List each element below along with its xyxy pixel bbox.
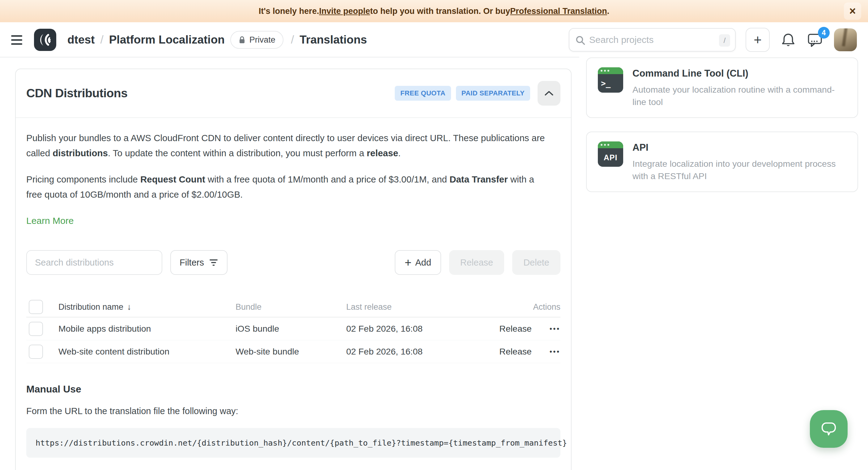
banner-text: to help you with translation. Or buy: [370, 6, 510, 16]
collapse-panel-button[interactable]: [537, 81, 560, 106]
description-paragraph: Publish your bundles to a AWS CloudFront…: [26, 130, 552, 161]
manual-use-intro: Form the URL to the translation file the…: [26, 406, 560, 416]
messages-button[interactable]: 4: [807, 31, 824, 48]
bell-icon: [781, 32, 795, 47]
last-release-cell: 02 Feb 2026, 16:08: [346, 346, 455, 357]
crowdin-logo-icon: [34, 29, 56, 51]
keyboard-shortcut-hint: /: [719, 34, 730, 46]
table-header-row: Distribution name ↓ Bundle Last release …: [26, 297, 560, 317]
breadcrumb-page[interactable]: Translations: [300, 33, 367, 46]
breadcrumb-org[interactable]: dtest: [67, 33, 95, 46]
api-icon: API: [598, 141, 623, 167]
search-distributions-input[interactable]: [26, 250, 162, 275]
invite-people-link[interactable]: Invite people: [319, 6, 370, 16]
column-header-distribution-name[interactable]: Distribution name ↓: [58, 302, 236, 312]
column-header-bundle[interactable]: Bundle: [236, 302, 346, 312]
close-icon[interactable]: ×: [844, 2, 861, 20]
distributions-table: Distribution name ↓ Bundle Last release …: [26, 297, 560, 363]
breadcrumb-separator: /: [291, 33, 294, 46]
delete-button[interactable]: Delete: [512, 250, 560, 275]
create-project-button[interactable]: +: [746, 28, 770, 52]
filter-icon: [209, 258, 218, 267]
privacy-badge-label: Private: [249, 35, 275, 45]
banner-text: It's lonely here.: [259, 6, 319, 16]
lock-icon: [238, 35, 246, 44]
cdn-distributions-panel: CDN Distributions FREE QUOTA PAID SEPARA…: [15, 69, 571, 470]
chevron-up-icon: [544, 90, 554, 96]
notifications-button[interactable]: [780, 31, 797, 48]
bundle-cell: iOS bundle: [236, 324, 346, 334]
row-release-link[interactable]: Release: [499, 324, 532, 334]
filters-button[interactable]: Filters: [170, 250, 227, 275]
banner-text: .: [607, 6, 610, 16]
card-title: Command Line Tool (CLI): [632, 68, 846, 79]
top-header: dtest / Platform Localization Private / …: [0, 22, 868, 58]
breadcrumb-separator: /: [100, 33, 103, 46]
professional-translation-link[interactable]: Professional Translation: [510, 6, 607, 16]
paid-separately-badge: PAID SEPARATELY: [456, 86, 530, 101]
card-title: API: [632, 142, 846, 153]
card-description: Integrate localization into your develop…: [632, 158, 846, 182]
last-release-cell: 02 Feb 2026, 16:08: [346, 324, 455, 334]
table-row: Web-site content distribution Web-site b…: [26, 340, 560, 363]
sort-descending-icon: ↓: [127, 302, 131, 312]
cli-card[interactable]: >_ Command Line Tool (CLI) Automate your…: [586, 58, 858, 118]
integrations-sidebar: >_ Command Line Tool (CLI) Automate your…: [586, 58, 868, 470]
url-pattern-code: https://distributions.crowdin.net/{distr…: [26, 428, 560, 458]
row-release-link[interactable]: Release: [499, 346, 532, 357]
distribution-name-cell: Mobile apps distribution: [58, 324, 236, 334]
user-avatar[interactable]: [834, 28, 857, 51]
add-distribution-button[interactable]: + Add: [395, 250, 441, 275]
api-card[interactable]: API API Integrate localization into your…: [586, 132, 858, 192]
terminal-icon: >_: [598, 67, 623, 93]
column-header-actions: Actions: [455, 302, 560, 312]
select-all-checkbox[interactable]: [29, 300, 43, 314]
search-icon: [575, 35, 586, 46]
release-button[interactable]: Release: [449, 250, 504, 275]
distributions-toolbar: Filters + Add Release Delete: [26, 250, 560, 275]
column-header-last-release[interactable]: Last release: [346, 302, 455, 312]
hamburger-menu-icon[interactable]: [11, 33, 25, 46]
breadcrumb: dtest / Platform Localization Private / …: [67, 31, 367, 49]
free-quota-badge: FREE QUOTA: [395, 86, 451, 101]
table-row: Mobile apps distribution iOS bundle 02 F…: [26, 317, 560, 340]
row-checkbox[interactable]: [29, 345, 43, 359]
chat-bubble-icon: [818, 419, 839, 438]
privacy-badge: Private: [230, 31, 283, 49]
bundle-cell: Web-site bundle: [236, 346, 346, 357]
live-chat-button[interactable]: [810, 410, 847, 448]
row-menu-icon[interactable]: •••: [550, 348, 560, 356]
page-title: CDN Distributions: [26, 87, 127, 100]
card-description: Automate your localization routine with …: [632, 83, 846, 108]
row-checkbox[interactable]: [29, 322, 43, 336]
pricing-paragraph: Pricing components include Request Count…: [26, 172, 552, 202]
search-projects-input[interactable]: [589, 35, 707, 45]
project-search: /: [569, 28, 736, 52]
unread-count-badge: 4: [818, 27, 830, 39]
learn-more-link[interactable]: Learn More: [26, 215, 73, 226]
notification-banner: It's lonely here. Invite people to help …: [0, 0, 868, 22]
distribution-name-cell: Web-site content distribution: [58, 346, 236, 357]
row-menu-icon[interactable]: •••: [550, 325, 560, 333]
manual-use-heading: Manual Use: [26, 383, 560, 395]
breadcrumb-project[interactable]: Platform Localization: [109, 33, 225, 46]
crowdin-logo[interactable]: [34, 29, 56, 51]
